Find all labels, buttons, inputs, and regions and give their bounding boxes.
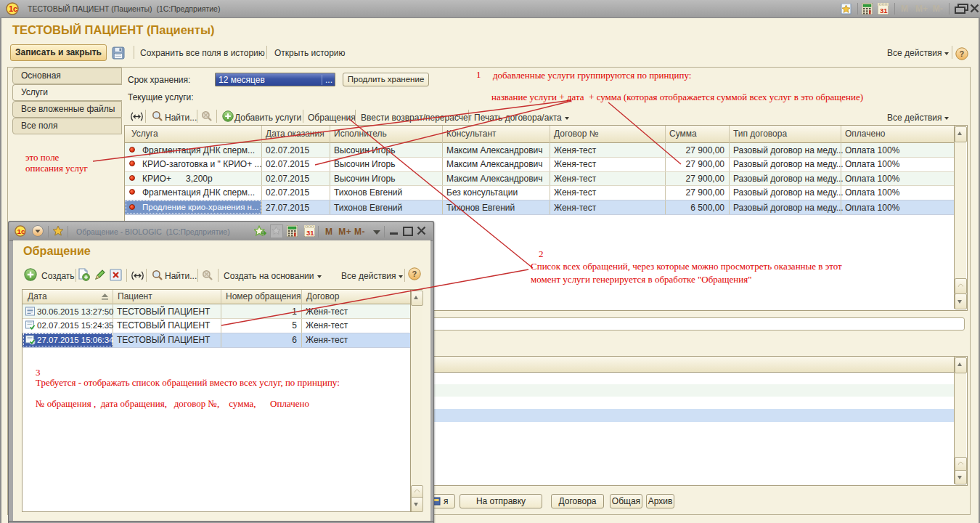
svg-text:?: ? [412, 269, 417, 278]
svg-text:1с: 1с [9, 4, 17, 13]
svg-text:?: ? [959, 49, 964, 58]
svg-text:1с: 1с [17, 227, 25, 235]
svg-text:31: 31 [306, 229, 314, 237]
svg-text:31: 31 [880, 7, 888, 15]
